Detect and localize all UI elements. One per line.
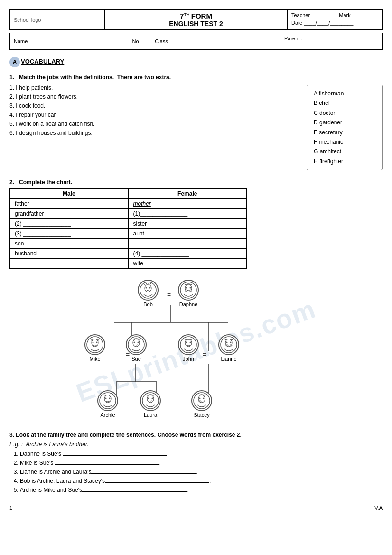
table-row: son xyxy=(10,239,247,249)
exercise1-block: 1. Match the jobs with the definitions. … xyxy=(9,74,383,170)
blank xyxy=(105,482,209,483)
male-cell: grandfather xyxy=(10,209,129,219)
male-cell: (3) _______________ xyxy=(10,229,129,239)
female-cell: (1)_______________ xyxy=(128,209,247,219)
list-item: 1. I help patients. ____ xyxy=(9,85,297,91)
svg-point-37 xyxy=(186,342,187,343)
mike-label: Mike xyxy=(84,356,105,362)
list-item: Lianne is Archie and Laura's. xyxy=(20,469,383,475)
female-cell xyxy=(128,239,247,249)
job-item: B chef xyxy=(314,98,375,108)
person-sue: Sue xyxy=(126,334,147,362)
john-face xyxy=(178,334,199,355)
svg-point-33 xyxy=(138,342,139,343)
male-cell xyxy=(10,259,129,269)
name-row-table: Name__________________________________ N… xyxy=(9,33,383,50)
female-cell: aunt xyxy=(128,229,247,239)
person-stacey: Stacey xyxy=(191,390,212,418)
school-logo-label: School logo xyxy=(14,17,41,23)
exercise1-label: 1. xyxy=(9,74,14,81)
female-cell: mother xyxy=(128,199,247,209)
lianne-face xyxy=(218,334,239,355)
svg-point-42 xyxy=(230,342,232,343)
table-row: (3) _______________ aunt xyxy=(10,229,247,239)
daphne-face xyxy=(178,280,199,301)
form-sup: TH xyxy=(184,12,189,17)
sue-label: Sue xyxy=(126,356,147,362)
svg-text:=: = xyxy=(167,291,171,299)
family-tree: ESLprintables.com = = = xyxy=(9,277,383,424)
john-label: John xyxy=(178,356,199,362)
table-row: husband (4) _______________ xyxy=(10,249,247,259)
svg-point-51 xyxy=(148,398,149,399)
job-item: G architect xyxy=(314,147,375,156)
person-john: John xyxy=(178,334,199,362)
blank xyxy=(91,473,196,474)
female-cell: wife xyxy=(128,259,247,269)
svg-point-55 xyxy=(199,398,201,399)
blank xyxy=(63,455,167,456)
female-cell: sister xyxy=(128,219,247,229)
exercise2-label: 2. xyxy=(9,179,14,186)
person-lianne: Lianne xyxy=(218,334,239,362)
male-cell: husband xyxy=(10,249,129,259)
svg-point-19 xyxy=(149,287,151,289)
no-label: No xyxy=(132,38,139,44)
svg-line-15 xyxy=(146,283,147,284)
person-bob: Bob xyxy=(138,280,159,307)
job-item: E secretary xyxy=(314,128,375,137)
date-label: Date xyxy=(291,20,302,26)
sentences-list: 1. I help patients. ____ 2. I plant tree… xyxy=(9,85,297,136)
school-logo-cell: School logo xyxy=(10,10,105,30)
svg-point-23 xyxy=(190,287,191,289)
job-item: D gardener xyxy=(314,118,375,127)
svg-point-48 xyxy=(109,398,111,399)
page-footer: 1 V.A xyxy=(9,503,383,511)
date-line: Date ____/____/________ xyxy=(291,20,378,26)
blank xyxy=(82,491,187,492)
person-mike: Mike xyxy=(84,334,105,362)
svg-line-14 xyxy=(144,283,145,285)
person-laura: Laura xyxy=(140,390,161,418)
svg-point-38 xyxy=(190,342,191,343)
jobs-box: A fisherman B chef C doctor D gardener E… xyxy=(307,85,383,170)
laura-face xyxy=(140,390,161,411)
table-row: (2) _______________ sister xyxy=(10,219,247,229)
parent-label: Parent : xyxy=(284,36,303,41)
job-item: A fisherman xyxy=(314,89,375,98)
form-title: 7TH FORM xyxy=(109,12,283,20)
name-cell: Name__________________________________ N… xyxy=(10,33,280,50)
list-item: 5. I work on a boat and catch fish. ____ xyxy=(9,121,297,127)
svg-point-56 xyxy=(203,398,205,399)
table-row: wife xyxy=(10,259,247,269)
svg-text:=: = xyxy=(203,351,206,358)
class-label: Class xyxy=(155,38,168,44)
header-table: School logo 7TH FORM ENGLISH TEST 2 Teac… xyxy=(9,9,383,30)
exercise1-container: 1. I help patients. ____ 2. I plant tree… xyxy=(9,85,383,170)
job-item: H firefighter xyxy=(314,157,375,166)
exercise3-list: Daphne is Sue's . Mike is Sue's . Lianne… xyxy=(9,451,383,493)
list-item: Archie is Mike and Sue's. xyxy=(20,487,383,493)
example-label: E.g. : xyxy=(9,441,23,448)
exercise2-block: 2. Complete the chart. Male Female fathe… xyxy=(9,179,383,269)
list-item: Mike is Sue's . xyxy=(20,460,383,466)
list-item: 6. I design houses and buildings. ____ xyxy=(9,130,297,136)
col-female: Female xyxy=(128,189,247,199)
job-item: F mechanic xyxy=(314,137,375,147)
exercise2-instruction: Complete the chart. xyxy=(19,179,72,186)
archie-label: Archie xyxy=(97,412,118,418)
page-number: 1 xyxy=(9,505,12,511)
lianne-label: Lianne xyxy=(218,356,239,362)
mike-face xyxy=(84,334,105,355)
daphne-label: Daphne xyxy=(178,301,199,307)
exercise3-title: 3. Look at the family tree and complete … xyxy=(9,432,383,438)
svg-line-17 xyxy=(150,283,151,284)
svg-point-28 xyxy=(93,342,94,343)
table-row: grandfather (1)_______________ xyxy=(10,209,247,219)
list-item: 4. I repair your car. ____ xyxy=(9,112,297,118)
list-item: Daphne is Sue's . xyxy=(20,451,383,457)
exercise3-instruction: Look at the family tree and complete the… xyxy=(16,432,241,438)
exercise3-label: 3. xyxy=(9,432,14,438)
teacher-line: Teacher________ Mark______ xyxy=(291,12,378,18)
svg-point-29 xyxy=(96,342,98,343)
